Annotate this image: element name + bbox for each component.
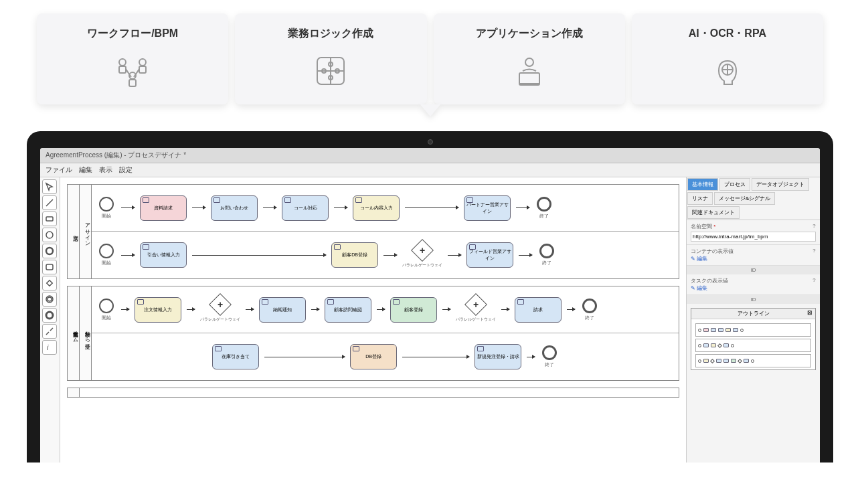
tool-task[interactable] <box>42 212 57 226</box>
flow-arrow <box>246 309 254 310</box>
card-ai: AI・OCR・RPA <box>632 13 823 104</box>
task[interactable]: 引合い情報入力 <box>140 242 187 268</box>
lane: 開始 引合い情報入力 顧客DB登録 パラレルゲートウェイ フィールド営業アサイン… <box>92 232 679 278</box>
task[interactable]: 請求 <box>515 297 562 323</box>
svg-point-2 <box>139 59 146 66</box>
outline-panel: アウトライン ⊠ <box>691 308 816 370</box>
start-event[interactable] <box>99 197 114 212</box>
lane-label: アサイン <box>80 185 92 278</box>
end-event[interactable] <box>582 299 597 313</box>
svg-point-13 <box>525 58 533 66</box>
task[interactable]: 注文情報入力 <box>135 297 181 323</box>
end-event[interactable] <box>537 197 551 212</box>
help-icon[interactable]: ? <box>812 223 816 230</box>
prop-taskdisp: タスクの表示値? ✎ 編集 <box>687 274 820 295</box>
menu-view[interactable]: 表示 <box>99 165 112 175</box>
task[interactable]: コール内容入力 <box>353 195 400 221</box>
help-icon[interactable]: ? <box>812 248 816 255</box>
laptop-frame: AgreementProcess (編集) - プロセスデザイナ * ファイル … <box>27 131 833 463</box>
flow-arrow <box>263 207 276 208</box>
tool-gateway[interactable] <box>42 276 57 290</box>
card-title: アプリケーション作成 <box>440 27 618 41</box>
menu-file[interactable]: ファイル <box>46 165 72 175</box>
flow-arrow <box>187 309 195 310</box>
svg-text:i: i <box>47 343 49 351</box>
app-body: i 選別 アサイン 開始 資料請求 お問い合わせ <box>40 177 820 463</box>
flow-arrow <box>121 309 129 310</box>
svg-point-26 <box>48 297 52 301</box>
tab-msgsignal[interactable]: メッセージ&シグナル <box>714 192 775 205</box>
tab-process[interactable]: プロセス <box>719 178 750 191</box>
outline-title: アウトライン ⊠ <box>691 309 815 319</box>
tool-event-bold[interactable] <box>42 244 57 258</box>
flow-arrow <box>516 207 529 208</box>
svg-rect-23 <box>46 264 53 270</box>
pool-2[interactable]: 営業担当チーム 接触から受注 開始 注文情報入力 パラレルゲートウェイ 納期通知 <box>67 286 679 381</box>
task[interactable]: 顧客DB登録 <box>331 242 378 268</box>
menu-edit[interactable]: 編集 <box>79 165 92 175</box>
task[interactable]: お問い合わせ <box>211 195 258 221</box>
close-icon[interactable]: ⊠ <box>807 309 812 316</box>
canvas[interactable]: 選別 アサイン 開始 資料請求 お問い合わせ コール対応 コール内容入力 <box>60 177 686 463</box>
flow-arrow <box>527 357 535 357</box>
flow-arrow <box>383 255 397 256</box>
end-event[interactable] <box>539 244 554 258</box>
start-event[interactable] <box>99 299 114 313</box>
task[interactable]: 資料請求 <box>140 195 187 221</box>
arrow-indicator <box>420 104 440 116</box>
feature-cards: ワークフロー/BPM 業務ロジック作成 アプリケーション作成 AI・OCR・RP… <box>0 0 860 131</box>
menu-settings[interactable]: 設定 <box>119 165 133 175</box>
svg-line-19 <box>46 199 53 206</box>
tool-end[interactable] <box>42 308 57 323</box>
camera-icon <box>428 139 433 145</box>
id-header: ID <box>687 266 820 274</box>
pool-label: 選別 <box>68 185 80 278</box>
tool-text[interactable]: i <box>42 340 57 355</box>
help-icon[interactable]: ? <box>812 277 816 284</box>
task[interactable]: 顧客登録 <box>390 297 437 323</box>
tool-select[interactable] <box>42 179 57 194</box>
card-title: 業務ロジック作成 <box>242 27 420 41</box>
tab-dataobj[interactable]: データオブジェクト <box>752 178 809 191</box>
task[interactable]: コール対応 <box>282 195 329 221</box>
tool-annotation[interactable] <box>42 324 57 339</box>
task[interactable]: パートナー営業アサイン <box>464 195 511 221</box>
start-event[interactable] <box>99 244 114 258</box>
flow-arrow <box>311 309 319 310</box>
ai-brain-icon <box>638 51 816 91</box>
edit-link[interactable]: ✎ 編集 <box>691 285 707 291</box>
tab-basic[interactable]: 基本情報 <box>687 178 718 191</box>
svg-rect-5 <box>129 80 136 86</box>
task[interactable]: 在庫引き当て <box>212 344 259 369</box>
pool-1[interactable]: 選別 アサイン 開始 資料請求 お問い合わせ コール対応 コール内容入力 <box>67 184 679 279</box>
outline-minimap[interactable] <box>691 319 815 369</box>
edit-link[interactable]: ✎ 編集 <box>691 256 707 262</box>
namespace-input[interactable] <box>691 232 816 242</box>
svg-point-0 <box>119 59 126 66</box>
tool-intermediate[interactable] <box>42 292 57 307</box>
gateway[interactable] <box>209 293 232 316</box>
task[interactable]: 新規発注登録・請求 <box>475 344 521 369</box>
svg-rect-1 <box>119 66 126 73</box>
end-event[interactable] <box>542 345 557 360</box>
task[interactable]: フィールド営業アサイン <box>466 242 513 268</box>
tab-reldoc[interactable]: 関連ドキュメント <box>687 206 740 219</box>
gateway[interactable] <box>464 293 487 316</box>
card-app: アプリケーション作成 <box>434 13 625 104</box>
workflow-icon <box>44 51 222 91</box>
svg-point-21 <box>46 232 53 238</box>
id-header: ID <box>687 295 820 304</box>
flow-arrow <box>501 309 509 310</box>
panel-tabs: 基本情報 プロセス データオブジェクト リスナ メッセージ&シグナル 関連ドキュ… <box>687 177 820 220</box>
tab-listener[interactable]: リスナ <box>687 192 713 205</box>
flow-arrow <box>264 357 345 357</box>
tool-event-thin[interactable] <box>42 228 57 242</box>
task[interactable]: 顧客訪問確認 <box>325 297 371 323</box>
task[interactable]: 納期通知 <box>259 297 306 323</box>
gateway[interactable] <box>411 239 434 262</box>
pool-3[interactable] <box>67 388 679 398</box>
task[interactable]: DB登録 <box>350 344 397 369</box>
tool-subprocess[interactable] <box>42 260 57 274</box>
tool-connector[interactable] <box>42 195 57 210</box>
flow-arrow <box>334 207 347 208</box>
